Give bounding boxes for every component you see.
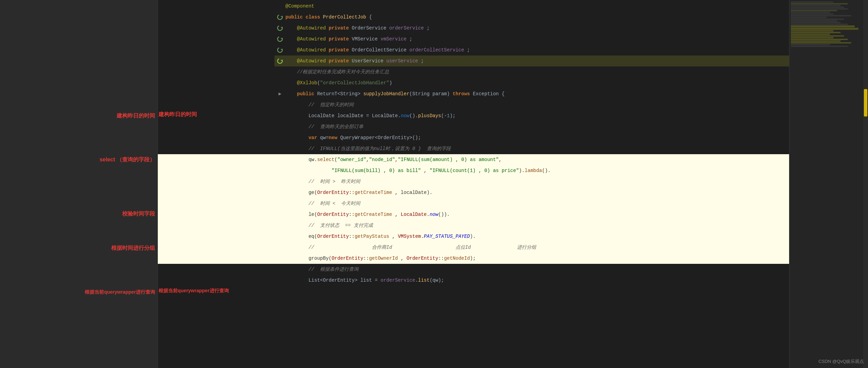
svg-point-2 — [278, 26, 282, 30]
svg-marker-3 — [281, 27, 282, 28]
code-lines: @Component public class PrderCollectJob … — [158, 0, 789, 286]
minimap — [789, 0, 868, 368]
line-gutter — [0, 0, 158, 368]
code-line-23: // 合作商Id 点位Id 进行分组 — [158, 242, 789, 253]
refresh-icon-1 — [274, 14, 285, 20]
scrollbar-thumb[interactable] — [864, 89, 867, 116]
code-line-2: public class PrderCollectJob { — [274, 12, 789, 23]
svg-marker-7 — [281, 49, 282, 50]
refresh-icon-4 — [274, 47, 285, 53]
code-line-13: var qw=new QueryWrapper<OrderEntity>(); — [274, 132, 789, 143]
code-line-3: @Autowired private OrderService orderSer… — [274, 23, 789, 34]
svg-marker-9 — [281, 60, 282, 61]
code-line-1: @Component — [274, 1, 789, 12]
code-line-8: @XxlJob("orderCollectJobHandler") — [274, 77, 789, 88]
code-line-25: // 根据条件进行查询 — [274, 264, 789, 275]
refresh-icon-2 — [274, 25, 285, 31]
svg-marker-5 — [281, 38, 282, 39]
svg-point-0 — [278, 15, 282, 20]
code-line-9: ▶ public ReturnT<String> supplyJobHandle… — [274, 88, 789, 99]
code-line-7: //根据定时任务完成昨天对今天的任务汇总 — [274, 66, 789, 77]
code-line-6: @Autowired private UserService userServi… — [274, 56, 789, 66]
code-line-21: // 支付状态 == 支付完成 — [158, 220, 789, 231]
code-line-19: // 时间 < 今天时间 — [158, 198, 789, 209]
code-line-14: // IFNULL(当这里面的值为null时，设置为 0 ) 查询的字段 — [274, 143, 789, 154]
code-area[interactable]: 建构昨日的时间 select （查询的字段） 校验时间字段 根据时间进行分组 根… — [158, 0, 789, 368]
code-line-4: @Autowired private VMService vmService ; — [274, 34, 789, 45]
editor-container: 建构昨日的时间 select （查询的字段） 校验时间字段 根据时间进行分组 根… — [0, 0, 868, 368]
code-line-26: List<OrderEntity> list = orderService.li… — [274, 275, 789, 286]
code-line-10: // 指定昨天的时间 — [274, 99, 789, 110]
code-line-5: @Autowired private OrderCollectService o… — [274, 45, 789, 56]
code-line-24: groupBy(OrderEntity::getOwnerId , OrderE… — [158, 253, 789, 264]
annotation-query-wrapper: 根据当前querywrapper进行查询 — [159, 288, 229, 294]
svg-point-8 — [278, 59, 282, 63]
refresh-icon-5 — [274, 58, 285, 64]
code-line-20: le(OrderEntity::getCreateTime , LocalDat… — [158, 209, 789, 220]
code-line-17: // 时间 > 昨天时间 — [158, 176, 789, 187]
code-line-12: // 查询昨天的全部订单 — [274, 121, 789, 132]
code-line-16: "IFNULL(sum(bill) , 0) as bill" , "IFNUL… — [158, 165, 789, 176]
minimap-panel: CSDN @QvQ娱乐观点 — [789, 0, 868, 368]
code-line-22: eq(OrderEntity::getPayStatus , VMSystem.… — [158, 231, 789, 242]
svg-marker-1 — [281, 16, 282, 17]
scrollbar-track[interactable] — [863, 0, 868, 368]
code-line-11: LocalDate localDate = LocalDate.now().pl… — [274, 110, 789, 121]
refresh-icon-3 — [274, 36, 285, 42]
code-line-18: ge(OrderEntity::getCreateTime , localDat… — [158, 187, 789, 198]
svg-point-4 — [278, 37, 282, 41]
svg-point-6 — [278, 48, 282, 52]
code-line-15: qw.select("owner_id","node_id","IFNULL(s… — [158, 154, 789, 165]
watermark: CSDN @QvQ娱乐观点 — [819, 358, 864, 365]
